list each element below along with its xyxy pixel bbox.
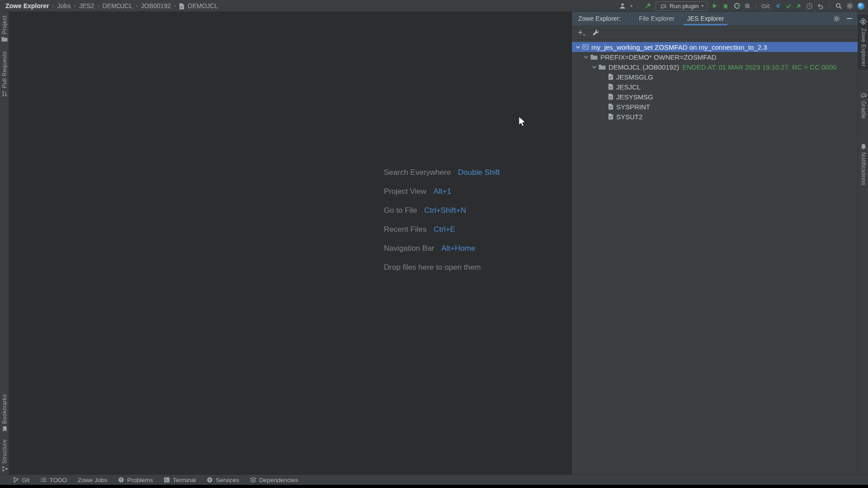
drop-files-hint: Drop files here to open them	[384, 263, 500, 272]
breadcrumb-separator: ›	[136, 2, 137, 9]
document-icon	[608, 103, 613, 110]
shortcut-key[interactable]: Ctrl+Shift+N	[424, 206, 466, 215]
settings-icon[interactable]	[846, 2, 854, 9]
tree-item-label: DEMOJCL (JOB00192)	[609, 63, 679, 71]
breadcrumb-job00192[interactable]: JOB00192	[141, 2, 171, 9]
breadcrumb-separator: ›	[97, 2, 99, 9]
git-branch-icon	[13, 477, 19, 483]
breadcrumb-separator: ›	[74, 2, 75, 9]
tree-item-jesysmsg[interactable]: JESYSMSG	[572, 92, 858, 102]
breadcrumb-root[interactable]: Zowe Explorer	[5, 2, 49, 9]
ide-window: Zowe Explorer › Jobs › JES2 › DEMOJCL › …	[0, 0, 868, 488]
shortcut-key[interactable]: Alt+Home	[441, 244, 475, 253]
breadcrumb-jobs[interactable]: Jobs	[57, 2, 71, 9]
shortcut-row: Go to File Ctrl+Shift+N	[384, 206, 500, 215]
document-icon	[608, 113, 613, 120]
breadcrumb-jes2[interactable]: JES2	[79, 2, 94, 9]
git-push-icon[interactable]	[796, 3, 802, 9]
tree-item-label: my_jes_working_set ZOSMFAD on my_connect…	[591, 43, 767, 51]
tool-window-header: Zowe Explorer: File Explorer JES Explore…	[572, 12, 858, 25]
working-set-icon	[582, 44, 589, 50]
titlebar: Zowe Explorer › Jobs › JES2 › DEMOJCL › …	[0, 0, 868, 12]
empty-editor-shortcuts: Search Everywhere Double Shift Project V…	[384, 168, 500, 272]
tree-item-jesmsglg[interactable]: JESMSGLG	[572, 72, 858, 82]
jes-explorer-tree: my_jes_working_set ZOSMFAD on my_connect…	[572, 40, 858, 122]
folder-icon	[1, 37, 8, 42]
run-icon[interactable]	[712, 3, 718, 9]
tool-window-tabs: File Explorer JES Explorer	[632, 12, 730, 25]
breadcrumb-file-demojcl[interactable]: DEMOJCL	[188, 2, 218, 9]
git-update-icon[interactable]	[775, 3, 781, 9]
shortcut-key[interactable]: Double Shift	[458, 168, 500, 177]
tab-jes-explorer[interactable]: JES Explorer	[681, 12, 731, 25]
error-icon	[118, 477, 124, 483]
git-commit-icon[interactable]	[785, 3, 792, 9]
stop-icon	[745, 3, 750, 9]
right-tool-stripe: Z Zowe Explorer Gradle Notifications	[858, 12, 868, 474]
chevron-down-icon[interactable]	[575, 45, 581, 50]
zowe-explorer-tool-window: Zowe Explorer: File Explorer JES Explore…	[572, 12, 858, 474]
tree-item-prefix-filter[interactable]: PREFIX=DEMO* OWNER=ZOSMFAD	[572, 52, 858, 62]
left-tool-stripe: Project Pull Requests Bookmarks Struc	[0, 12, 9, 474]
tool-button-gradle[interactable]: Gradle	[858, 89, 868, 122]
add-icon[interactable]: +▾	[578, 29, 585, 36]
debug-icon[interactable]	[722, 2, 729, 9]
tool-button-pull-requests[interactable]: Pull Requests	[1, 51, 8, 97]
statusbar-git[interactable]: Git	[7, 477, 35, 483]
rollback-icon[interactable]	[817, 3, 824, 9]
terminal-icon	[164, 477, 170, 483]
chevron-down-icon[interactable]	[591, 65, 597, 70]
bookmark-icon	[2, 426, 7, 432]
tool-button-notifications[interactable]: Notifications	[858, 141, 868, 188]
ide-logo-icon[interactable]	[858, 3, 864, 9]
tree-item-working-set[interactable]: my_jes_working_set ZOSMFAD on my_connect…	[572, 42, 858, 52]
statusbar-terminal[interactable]: Terminal	[158, 477, 201, 483]
shortcut-label: Search Everywhere	[384, 168, 451, 177]
statusbar-problems[interactable]: Problems	[113, 477, 158, 483]
gradle-icon	[660, 2, 667, 9]
tab-file-explorer[interactable]: File Explorer	[632, 12, 681, 25]
build-hammer-icon[interactable]	[644, 2, 651, 10]
services-icon	[207, 477, 213, 483]
hide-tool-window-icon[interactable]	[847, 18, 852, 19]
user-icon[interactable]	[619, 2, 626, 9]
run-with-coverage-icon[interactable]	[733, 2, 741, 9]
chevron-down-icon: ▾	[583, 33, 585, 37]
tree-item-jesjcl[interactable]: JESJCL	[572, 82, 858, 92]
statusbar-todo[interactable]: TODO	[35, 477, 72, 483]
tree-item-sysut2[interactable]: SYSUT2	[572, 112, 858, 122]
breadcrumb-demojcl[interactable]: DEMOJCL	[103, 2, 133, 9]
shortcut-label: Go to File	[384, 206, 417, 215]
tool-button-bookmarks[interactable]: Bookmarks	[1, 394, 8, 432]
tree-item-label: JESYSMSG	[616, 93, 653, 101]
gradle-icon	[860, 91, 867, 99]
search-icon[interactable]	[835, 2, 842, 9]
statusbar-zowe-jobs[interactable]: Zowe Jobs	[72, 477, 113, 483]
editor-area: Search Everywhere Double Shift Project V…	[9, 12, 571, 474]
document-icon	[179, 3, 184, 9]
shortcut-label: Navigation Bar	[384, 244, 434, 253]
tool-window-title: Zowe Explorer:	[572, 15, 621, 22]
wrench-icon[interactable]	[592, 29, 599, 36]
structure-icon	[2, 466, 8, 472]
window-bottom-edge	[0, 485, 868, 488]
tool-button-zowe-explorer[interactable]: Z Zowe Explorer	[858, 14, 868, 70]
bell-icon	[860, 143, 867, 150]
tree-item-job-demojcl[interactable]: DEMOJCL (JOB00192) ENDED AT: 01 MAR 2023…	[572, 62, 858, 72]
tree-item-label: JESMSGLG	[616, 73, 653, 81]
tree-item-sysprint[interactable]: SYSPRINT	[572, 102, 858, 112]
run-configuration-select[interactable]: Run plugin ▾	[656, 1, 708, 11]
shortcut-row: Navigation Bar Alt+Home	[384, 244, 500, 253]
shortcut-row: Search Everywhere Double Shift	[384, 168, 500, 177]
settings-icon[interactable]	[833, 15, 840, 22]
chevron-down-icon[interactable]	[583, 55, 589, 60]
status-bar: Git TODO Zowe Jobs Problems Terminal	[0, 474, 868, 485]
tool-button-project[interactable]: Project	[1, 15, 8, 42]
tool-button-structure[interactable]: Structure	[1, 439, 8, 472]
shortcut-key[interactable]: Ctrl+E	[434, 225, 455, 234]
zowe-logo-icon: Z	[859, 17, 868, 26]
statusbar-dependencies[interactable]: Dependencies	[245, 477, 303, 483]
statusbar-services[interactable]: Services	[201, 477, 245, 483]
tool-window-toolbar: +▾	[572, 25, 858, 40]
shortcut-key[interactable]: Alt+1	[434, 187, 451, 196]
